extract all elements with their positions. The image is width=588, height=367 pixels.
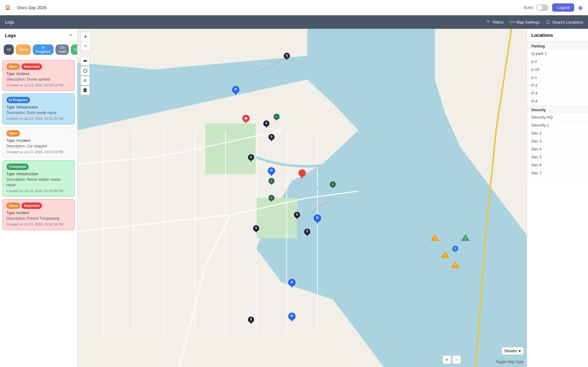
app-logo-icon: ◈ — [578, 4, 583, 12]
location-item[interactable]: Sec 4 — [527, 145, 588, 153]
logs-list: OpenImportantType: IncidentDescription: … — [0, 58, 77, 367]
zoom-bottom-control: + − — [443, 355, 461, 364]
badge-in-progress: In Progress — [6, 97, 30, 103]
breadcrumb-title: Docs Day 2026 — [17, 5, 47, 10]
log-card[interactable]: CompletedType: InfrastructureDescription… — [2, 160, 75, 197]
sidebar-title: Logs — [5, 33, 16, 38]
draw-tools: ✏ ⬡ ≡ 🗑 — [81, 56, 90, 95]
sub-nav-right: Filters Map Settings Search Locations — [486, 20, 583, 25]
location-item[interactable]: P-2 — [527, 81, 588, 89]
log-type: Type: Incident — [6, 71, 71, 77]
map-canvas[interactable] — [77, 29, 588, 367]
location-item[interactable]: Sec 2 — [527, 129, 588, 137]
main-layout: Logs × All Open In Progress On Hold Comp… — [0, 29, 588, 367]
nav-breadcrumb: 🏠 › Docs Day 2026 — [5, 5, 47, 10]
log-type: Type: Accident — [6, 138, 71, 143]
svg-point-0 — [511, 21, 513, 23]
log-date: Created on Jul 23, 2024, 02:53:56 PM — [6, 188, 71, 194]
log-type: Type: Infrastructure — [6, 171, 71, 177]
zoom-out-button[interactable]: − — [81, 41, 90, 51]
zoom-bottom-in-button[interactable]: + — [443, 355, 451, 364]
sidebar-close-button[interactable]: × — [70, 32, 72, 38]
badge-important: Important — [21, 63, 42, 70]
log-date: Created on Jul 23, 2024, 02:56:34 PM — [6, 222, 71, 227]
log-date: Created on Jul 23, 2024, 02:53:03 PM — [6, 149, 71, 155]
filter-tab-open[interactable]: Open — [16, 44, 31, 55]
location-item[interactable]: Security 1 — [527, 121, 588, 129]
log-badges: OpenImportant — [6, 63, 71, 70]
locations-panel-title: Locations — [527, 29, 588, 42]
log-description: Description: Person Trespassing — [6, 216, 71, 221]
location-item[interactable]: Sec 6 — [527, 161, 588, 169]
map-controls: + − — [81, 32, 90, 51]
badge-completed: Completed — [6, 164, 29, 170]
section-title: Logs — [5, 20, 14, 25]
trash-tool-button[interactable]: 🗑 — [81, 86, 90, 95]
zoom-controls: + − — [81, 32, 90, 51]
svg-point-1 — [546, 20, 550, 24]
badge-open: Open — [6, 63, 20, 70]
location-item[interactable]: p-2 — [527, 58, 588, 66]
sub-navigation: Logs Filters Map Settings Search Locatio… — [0, 15, 588, 29]
badge-important: Important — [21, 202, 42, 209]
sidebar-header: Logs × — [0, 29, 77, 42]
build-toggle[interactable] — [536, 4, 548, 11]
map-style-label: Streets — [504, 349, 517, 353]
location-item[interactable]: Sec 7 — [527, 169, 588, 177]
location-item[interactable]: Sec 3 — [527, 137, 588, 145]
logs-sidebar: Logs × All Open In Progress On Hold Comp… — [0, 29, 77, 367]
log-description: Description: Dock needs repair — [6, 110, 71, 115]
log-badges: Open — [6, 130, 71, 137]
badge-open: Open — [6, 130, 20, 137]
location-section-security: Security — [527, 105, 588, 113]
filter-tab-on-hold[interactable]: On Hold — [55, 44, 69, 55]
search-locations-button[interactable]: Search Locations — [546, 20, 583, 25]
location-item[interactable]: Sec 5 — [527, 153, 588, 161]
map-settings-button[interactable]: Map Settings — [510, 20, 540, 25]
map-area: + − ✏ ⬡ ≡ 🗑 Streets ▾ Toggle Map Style +… — [77, 29, 588, 367]
build-label: Build — [524, 5, 533, 10]
breadcrumb-separator: › — [13, 5, 15, 10]
filter-tab-all[interactable]: All — [4, 44, 14, 55]
log-badges: OpenImportant — [6, 202, 71, 209]
home-icon[interactable]: 🏠 — [5, 5, 11, 10]
badge-open: Open — [6, 202, 20, 209]
logout-button[interactable]: Logout — [552, 3, 574, 12]
log-description: Description: Drone spotted — [6, 77, 71, 82]
location-section-parking: Parking — [527, 42, 588, 50]
location-item[interactable]: Q-park 1 — [527, 50, 588, 58]
nav-right: Build Logout ◈ — [524, 3, 583, 12]
zoom-bottom-out-button[interactable]: − — [452, 355, 461, 364]
filters-button[interactable]: Filters — [486, 20, 503, 25]
log-card[interactable]: OpenImportantType: IncidentDescription: … — [2, 199, 75, 230]
zoom-in-button[interactable]: + — [81, 32, 90, 41]
log-card[interactable]: OpenType: AccidentDescription: Car stopp… — [2, 127, 75, 158]
log-date: Created on Jul 23, 2024, 02:51:35 PM — [6, 116, 71, 121]
log-card[interactable]: OpenImportantType: IncidentDescription: … — [2, 60, 75, 91]
polygon-tool-button[interactable]: ⬡ — [81, 66, 90, 75]
map-style-control[interactable]: Streets ▾ — [502, 347, 524, 355]
filter-tab-completed[interactable]: Completed — [71, 44, 77, 55]
log-description: Description: Car stopped — [6, 143, 71, 149]
log-type: Type: Incident — [6, 210, 71, 216]
filter-tab-in-progress[interactable]: In Progress — [33, 44, 54, 55]
location-item[interactable]: P-4 — [527, 97, 588, 105]
location-item[interactable]: P-3 — [527, 89, 588, 97]
toggle-map-style-label: Toggle Map Style — [496, 360, 524, 364]
locations-panel: Locations ParkingQ-park 1p-2p-10p-1P-2P-… — [527, 29, 588, 367]
top-navigation: 🏠 › Docs Day 2026 Build Logout ◈ — [0, 0, 588, 15]
log-description: Description: Refuel station needs repair — [6, 177, 71, 188]
location-item[interactable]: p-10 — [527, 66, 588, 74]
log-card[interactable]: In ProgressType: InfrastructureDescripti… — [2, 93, 75, 124]
location-item[interactable]: p-1 — [527, 74, 588, 81]
log-date: Created on Jul 23, 2024, 02:50:03 PM — [6, 83, 71, 88]
log-badges: In Progress — [6, 97, 71, 103]
filter-tabs: All Open In Progress On Hold Completed — [0, 42, 77, 58]
location-item[interactable]: Security HQ — [527, 113, 588, 121]
log-type: Type: Infrastructure — [6, 104, 71, 110]
log-badges: Completed — [6, 164, 71, 170]
locations-content: ParkingQ-park 1p-2p-10p-1P-2P-3P-4Securi… — [527, 42, 588, 177]
map-style-dropdown-icon: ▾ — [519, 349, 521, 353]
note-tool-button[interactable]: ≡ — [81, 76, 90, 85]
pencil-tool-button[interactable]: ✏ — [81, 56, 90, 66]
